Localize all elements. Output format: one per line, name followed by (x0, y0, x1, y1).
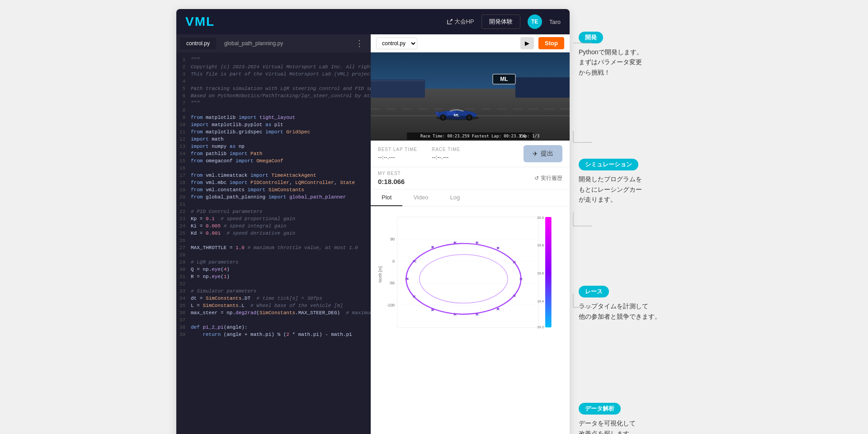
svg-text:-50: -50 (389, 281, 395, 285)
code-line: 36 max_steer = np.deg2rad(SimConstants.M… (176, 309, 371, 316)
sim-topbar: control.py ▶ Stop (371, 34, 570, 52)
svg-rect-14 (436, 111, 438, 115)
code-line: 33 # Simulator parameters (176, 288, 371, 295)
svg-text:-100: -100 (387, 303, 395, 307)
content-row: control.py global_path_planning.py ⋮ 1 "… (176, 34, 570, 434)
editor-tabs: control.py global_path_planning.py ⋮ (176, 34, 371, 52)
code-line: 22 # PID Control parameters (176, 208, 371, 215)
plot-svg: 90 0 -50 -100 North [m] (375, 211, 565, 338)
code-line: 37 (176, 316, 371, 324)
annotations-sidebar: 開発 Pythonで開発します。まずはパラメータ変更から挑戦！ シミュレーション… (570, 9, 692, 434)
svg-rect-6 (515, 77, 570, 98)
code-line: 35 L = SimConstants.L # Wheel base of th… (176, 302, 371, 309)
history-button[interactable]: ↺ 実行履歴 (534, 175, 562, 182)
code-line: 17 from vml.timeattack import TimeAttack… (176, 172, 371, 179)
main-window: VML 大会HP 開発体験 TE Taro (176, 9, 570, 434)
logo: VML (185, 14, 215, 29)
code-line: 4 (176, 78, 371, 85)
code-line: 15 from omegaconf import OmegaConf (176, 157, 371, 165)
svg-text:19.4: 19.4 (537, 299, 544, 303)
stats-group: BEST LAP TIME --:--.--- RACE TIME --:--.… (378, 147, 460, 160)
race-time-label: RACE TIME (432, 147, 460, 152)
annotation-simulation: シミュレーション 開発したプログラムをもとにレーシングカーが走ります。 (579, 159, 683, 204)
code-line: 6 Based on PythonRobotics/PathTracking/l… (176, 92, 371, 99)
navbar-right: 大会HP 開発体験 TE Taro (447, 14, 561, 29)
badge-data: データ解析 (579, 403, 621, 415)
svg-text:19.2: 19.2 (537, 325, 544, 329)
code-line: 9 from matplotlib import tight_layout (176, 114, 371, 121)
file-select: control.py (376, 38, 417, 49)
contest-link[interactable]: 大会HP (447, 18, 474, 26)
tab-log[interactable]: Log (439, 189, 471, 206)
run-button[interactable]: ▶ (520, 37, 534, 49)
submit-icon: ✈ (533, 150, 538, 157)
code-line: 5 Path tracking simulation with LQR stee… (176, 85, 371, 92)
simulator-panel: control.py ▶ Stop (371, 34, 570, 434)
run-icon: ▶ (525, 40, 529, 47)
tab-control-py[interactable]: control.py (180, 38, 216, 49)
code-line: 12 import math (176, 136, 371, 143)
viz-tabs: Plot Video Log (371, 189, 570, 207)
editor-panel: control.py global_path_planning.py ⋮ 1 "… (176, 34, 371, 434)
best-lap-value: --:--.--- (378, 154, 417, 160)
tab-plot[interactable]: Plot (371, 189, 402, 206)
avatar: TE (528, 14, 542, 29)
username: Taro (549, 19, 561, 25)
code-line: 20 from global_path_planning import glob… (176, 193, 371, 201)
code-line: 21 (176, 201, 371, 208)
code-line: 14 from pathlib import Path (176, 150, 371, 157)
history-icon: ↺ (534, 175, 539, 181)
code-line: 18 from vml.mbc import PIDController, LQ… (176, 179, 371, 186)
dev-experience-button[interactable]: 開発体験 (481, 14, 520, 29)
best-lap-stat: BEST LAP TIME --:--.--- (378, 147, 417, 160)
code-line: 38 def pi_2_pi(angle): (176, 324, 371, 331)
code-line: 39 return (angle + math.pi) % (2 * math.… (176, 331, 371, 338)
plot-area: 90 0 -50 -100 North [m] (371, 207, 570, 434)
race-visual: ML (371, 52, 570, 141)
more-tabs-icon[interactable]: ⋮ (352, 38, 367, 48)
submit-button[interactable]: ✈ 提出 (524, 145, 562, 162)
code-line: 10 import matplotlib.pyplot as plt (176, 121, 371, 128)
code-line: 34 dt = SimConstants.DT # time tick[s] =… (176, 295, 371, 302)
svg-text:90: 90 (390, 237, 395, 241)
text-kaihatu: Pythonで開発します。まずはパラメータ変更から挑戦！ (579, 47, 683, 77)
race-time-stat: RACE TIME --:--.--- (432, 147, 460, 160)
stop-button[interactable]: Stop (538, 37, 564, 49)
annotation-race: レース ラップタイムを計測して他の参加者と競争できます。 (579, 286, 683, 321)
contest-link-label: 大会HP (454, 18, 474, 26)
code-line: 7 """ (176, 99, 371, 107)
navbar: VML 大会HP 開発体験 TE Taro (176, 9, 570, 34)
race-time-value: --:--.--- (432, 154, 460, 160)
svg-text:Lap: 1/3: Lap: 1/3 (520, 134, 539, 138)
submit-label: 提出 (541, 150, 553, 158)
svg-text:ML: ML (500, 76, 508, 82)
code-line: 23 Kp = 0.1 # speed proportional gain (176, 215, 371, 222)
annotation-data: データ解析 データを可視化して改善点を探します。 (579, 403, 683, 434)
code-line: 2 Copyright (c) 2023-2024 Virtual Motors… (176, 63, 371, 71)
svg-text:19.8: 19.8 (537, 243, 544, 247)
svg-rect-13 (435, 112, 442, 113)
code-line: 29 # LQR parameters (176, 259, 371, 266)
file-dropdown[interactable]: control.py (376, 38, 417, 49)
code-line: 27 MAX_THROTTLE = 1.0 # maximum throttle… (176, 244, 371, 251)
svg-rect-24 (397, 217, 539, 327)
code-line: 11 from matplotlib.gridspec import GridS… (176, 128, 371, 136)
svg-rect-78 (545, 217, 552, 327)
code-line: 31 R = np.eye(1) (176, 273, 371, 280)
code-line: 8 (176, 107, 371, 114)
svg-text:North [m]: North [m] (378, 266, 382, 283)
editor-code[interactable]: 1 """ 2 Copyright (c) 2023-2024 Virtual … (176, 52, 371, 434)
svg-text:Race Time: 00:23.259  Fastest : Race Time: 00:23.259 Fastest Lap: 00:23.… (420, 134, 526, 138)
code-line: 30 Q = np.eye(4) (176, 266, 371, 273)
tab-video[interactable]: Video (402, 189, 439, 206)
badge-simulation: シミュレーション (579, 159, 638, 170)
code-line: 16 (176, 165, 371, 172)
history-label: 実行履歴 (541, 175, 562, 182)
svg-rect-5 (371, 80, 424, 81)
tab-global-path[interactable]: global_path_planning.py (218, 38, 289, 49)
my-best-value: 0:18.066 (378, 178, 405, 185)
code-line: 26 (176, 237, 371, 244)
svg-point-20 (436, 116, 479, 120)
code-line: 19 from vml.constants import SimConstant… (176, 186, 371, 193)
my-best-bar: MY BEST 0:18.066 ↺ 実行履歴 (371, 167, 570, 189)
